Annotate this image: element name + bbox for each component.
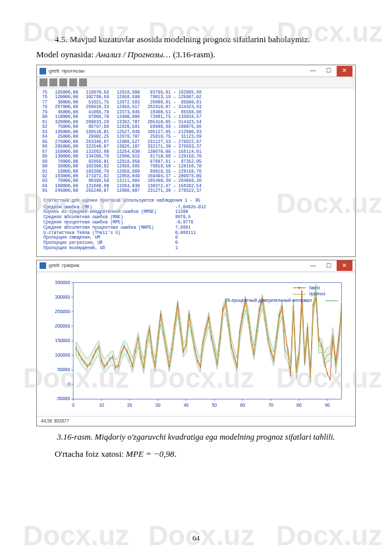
- stats-row: U-статистика Тейла (Theil's U)0,089111: [43, 231, 349, 236]
- table-row: 84 25000,00 29902,25 12878,707 25816,75 …: [42, 134, 350, 139]
- svg-text:0: 0: [67, 382, 70, 386]
- table-row: 76 120000,00 102760,59 12858,580 79013,1…: [42, 95, 350, 100]
- minimize-button[interactable]: —: [305, 260, 321, 271]
- table-row: 95 245000,00 255240,07 12608,007 231271,…: [42, 189, 350, 193]
- table-row: 92 163000,00 171972,82 12858,049 159494,…: [42, 174, 350, 179]
- toolbar-icon[interactable]: [59, 78, 67, 86]
- toolbar-icon[interactable]: [40, 78, 47, 86]
- table-row: 94 160000,00 131660,60 13284,030 130372,…: [42, 184, 350, 189]
- stats-title: Статистика для оценки прогноза использую…: [43, 198, 349, 204]
- svg-text:300000: 300000: [55, 295, 70, 299]
- svg-text:40: 40: [184, 403, 189, 407]
- forecast-data-table: 75 185000,00 118970,58 12818,890 93785,9…: [37, 88, 355, 196]
- table-row: 81 320000,00 289833,29 13382,707 265410,…: [42, 120, 350, 125]
- stats-row: Пропорция регрессии, UR0: [43, 241, 349, 246]
- svg-text:10: 10: [99, 403, 104, 407]
- table-row: 87 158000,00 131662,60 13284,030 130670,…: [42, 150, 350, 154]
- table-row: 78 267000,00 268018,33 12858,517 262410,…: [42, 105, 350, 109]
- table-row: 86 295000,00 322540,07 13026,107 332171,…: [42, 144, 350, 149]
- intro-text-post: (3.16-rasm).: [171, 49, 215, 59]
- forecast-window: gretl: прогнозы — ☐ ✕ 75 185000,00 11897…: [36, 65, 356, 257]
- table-row: 80 110000,00 97009,70 13490,906 72961,75…: [42, 115, 350, 119]
- table-row: 90 38000,00 103398,82 12858,885 78019,50…: [42, 164, 350, 169]
- table-row: 82 75000,00 88797,88 12820,591 59908,89 …: [42, 125, 350, 129]
- app-icon: [40, 262, 46, 269]
- mpe-formula: MPE = −0,98: [126, 449, 175, 459]
- svg-text:95-процентный доверительный ин: 95-процентный доверительный интервал: [225, 298, 312, 303]
- stats-row: Пропорция смещения, UM0: [43, 235, 349, 241]
- toolbar-icon[interactable]: [79, 78, 87, 86]
- svg-text:50: 50: [212, 403, 217, 407]
- table-row: 93 78000,00 60398,50 13111,604 185480,39…: [42, 179, 350, 183]
- intro-text-pre: Model oynasida:: [36, 49, 96, 59]
- table-row: 88 130000,00 134208,78 12890,815 81710,8…: [42, 154, 350, 159]
- maximize-button[interactable]: ☐: [321, 260, 337, 271]
- svg-text:70: 70: [268, 403, 273, 407]
- minimize-button[interactable]: —: [305, 66, 321, 76]
- window-titlebar: gretl: прогнозы — ☐ ✕: [37, 65, 355, 77]
- svg-text:200000: 200000: [55, 324, 70, 328]
- svg-text:60: 60: [240, 403, 245, 407]
- chart-window: gretl: график — ☐ ✕ -5000005000010000015…: [36, 260, 356, 427]
- svg-text:-50000: -50000: [56, 396, 70, 401]
- intro-paragraph-1: 4.5. Mavjud kuzatuvlar asosida modelning…: [36, 33, 356, 46]
- forecast-stats: Статистика для оценки прогноза использую…: [37, 196, 355, 256]
- mpe-result: O'rtacha foiz xatosi: MPE = −0,98.: [36, 448, 356, 461]
- window-title: gretl: график: [49, 262, 79, 270]
- svg-text:Narxi: Narxi: [309, 285, 320, 289]
- mpe-label: O'rtacha foiz xatosi:: [55, 449, 126, 459]
- table-row: 91 18000,00 103398,79 12858,889 86018,35…: [42, 169, 350, 174]
- figure-caption: 3.16-rasm. Miqdoriy o'zgaruvchi kvadrati…: [43, 432, 349, 444]
- table-row: 83 195000,00 188510,01 12527,849 165127,…: [42, 130, 350, 134]
- svg-text:150000: 150000: [55, 338, 70, 343]
- table-row: 79 45000,00 41068,70 13373,045 16460,51 …: [42, 110, 350, 115]
- intro-paragraph-2: Model oynasida: Анализ / Прогнозы… (3.16…: [36, 48, 356, 61]
- svg-text:90: 90: [325, 403, 330, 407]
- svg-point-231: [298, 287, 300, 289]
- table-row: 75 185000,00 118970,58 12818,890 93785,9…: [42, 90, 350, 95]
- svg-text:80: 80: [296, 403, 302, 407]
- stats-row: Средняя абсолютная ошибка (MAE)8079,5: [43, 215, 349, 220]
- maximize-button[interactable]: ☐: [321, 66, 337, 76]
- table-row: 89 78000,00 82859,01 12818,850 97987,81 …: [42, 160, 350, 164]
- stats-row: Пропорция возмущений, UD1: [43, 246, 349, 251]
- svg-text:50000: 50000: [57, 367, 70, 372]
- svg-text:0: 0: [72, 403, 74, 407]
- stats-row: Средняя процентная ошибка (MPE)-0,9776: [43, 220, 349, 225]
- app-icon: [40, 68, 46, 74]
- status-bar: 44,56 302877: [37, 416, 355, 426]
- svg-text:прогноз: прогноз: [309, 291, 325, 297]
- svg-text:20: 20: [127, 403, 132, 407]
- toolbar-icon[interactable]: [49, 78, 57, 86]
- svg-text:30: 30: [155, 403, 161, 407]
- menu-path-text: Анализ / Прогнозы…: [96, 49, 171, 59]
- forecast-chart: -500000500001000001500002000002500003000…: [41, 276, 351, 412]
- close-button[interactable]: ✕: [337, 260, 352, 271]
- svg-text:350000: 350000: [55, 280, 70, 285]
- close-button[interactable]: ✕: [337, 66, 352, 76]
- table-row: 77 30000,00 51021,75 12872.583 26906,81 …: [42, 100, 350, 105]
- page-number: 64: [0, 534, 392, 542]
- stats-row: Средняя абсолютная процентная ошибка (MA…: [43, 225, 349, 231]
- window-toolbar: [37, 77, 355, 88]
- window-title: gretl: прогнозы: [49, 67, 84, 75]
- window-titlebar: gretl: график — ☐ ✕: [37, 260, 355, 272]
- svg-text:100000: 100000: [55, 353, 70, 357]
- table-row: 85 275000,00 253348,67 12908,527 231127,…: [42, 140, 350, 144]
- toolbar-icon[interactable]: [69, 78, 77, 86]
- chart-canvas: -500000500001000001500002000002500003000…: [37, 272, 355, 416]
- svg-text:250000: 250000: [55, 309, 70, 314]
